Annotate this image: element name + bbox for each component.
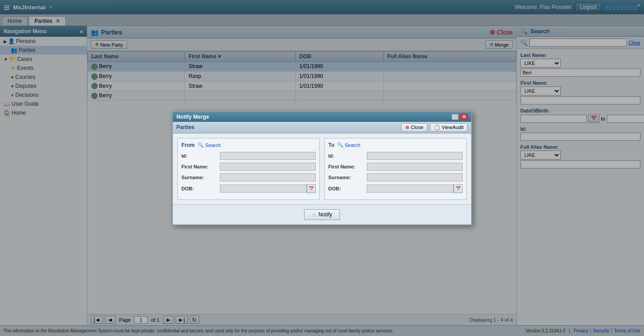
to-dob-cal-button[interactable]: 📅 [454,184,463,193]
to-surname-label: Surname: [328,175,364,180]
from-dob-label: DOB: [181,186,217,191]
to-surname-row: Surname: [328,173,463,181]
to-id-label: Id: [328,153,364,159]
from-col-header: From 🔍 Search [181,142,316,148]
notify-button[interactable]: ⚠ Notify [304,209,340,220]
from-dob-row: DOB: 📅 [181,184,316,193]
from-surname-value [220,173,316,181]
from-dob-value [220,185,307,193]
from-surname-label: Surname: [181,175,217,180]
notify-label: Notify [318,211,332,218]
from-search-label: Search [205,142,221,148]
from-id-value [220,152,316,160]
modal-to-col: To 🔍 Search Id: First Name: [324,138,467,200]
from-dob-cal-button[interactable]: 📅 [307,184,316,193]
warning-icon: ⚠ [312,211,317,218]
to-id-row: Id: [328,152,463,160]
from-id-label: Id: [181,153,217,159]
modal-close-label: Close [411,125,423,130]
to-dob-field: 📅 [367,184,463,193]
from-search-button[interactable]: 🔍 Search [197,142,221,148]
from-dob-field: 📅 [220,184,316,193]
from-firstname-value [220,163,316,171]
from-firstname-label: First Name: [181,164,217,169]
modal-titlebar: Notify Merge □ ✕ [173,112,471,122]
to-firstname-value [367,163,463,171]
to-firstname-label: First Name: [328,164,364,169]
from-surname-row: Surname: [181,173,316,181]
modal-title-controls: □ ✕ [451,114,468,120]
from-id-row: Id: [181,152,316,160]
to-firstname-row: First Name: [328,163,463,171]
to-dob-value [367,185,454,193]
to-search-button[interactable]: 🔍 Search [337,142,361,148]
to-search-label: Search [345,142,361,148]
to-surname-value [367,173,463,181]
modal-from-col: From 🔍 Search Id: First Name: [177,138,320,200]
from-firstname-row: First Name: [181,163,316,171]
modal-footer: ⚠ Notify [173,204,471,224]
modal-subtitlebar: Parties ⊗ Close 📋 ViewAudit [173,122,471,134]
modal-columns: From 🔍 Search Id: First Name: [177,138,467,200]
modal-title: Notify Merge [176,114,209,120]
modal-restore-button[interactable]: □ [451,114,459,120]
to-label: To [328,142,335,148]
modal-overlay[interactable]: Notify Merge □ ✕ Parties ⊗ Close 📋 ViewA… [0,0,644,336]
modal-close-btn[interactable]: ⊗ Close [401,123,427,132]
notify-merge-modal: Notify Merge □ ✕ Parties ⊗ Close 📋 ViewA… [172,111,472,225]
to-id-value [367,152,463,160]
to-col-header: To 🔍 Search [328,142,463,148]
to-dob-row: DOB: 📅 [328,184,463,193]
to-dob-label: DOB: [328,186,364,191]
modal-subtitle-buttons: ⊗ Close 📋 ViewAudit [401,123,468,132]
modal-view-audit-label: ViewAudit [442,125,464,130]
modal-view-audit-button[interactable]: 📋 ViewAudit [430,123,468,132]
modal-body: From 🔍 Search Id: First Name: [173,134,471,204]
modal-subtitle: Parties [176,124,194,130]
from-label: From [181,142,195,148]
modal-close-button[interactable]: ✕ [460,114,468,120]
